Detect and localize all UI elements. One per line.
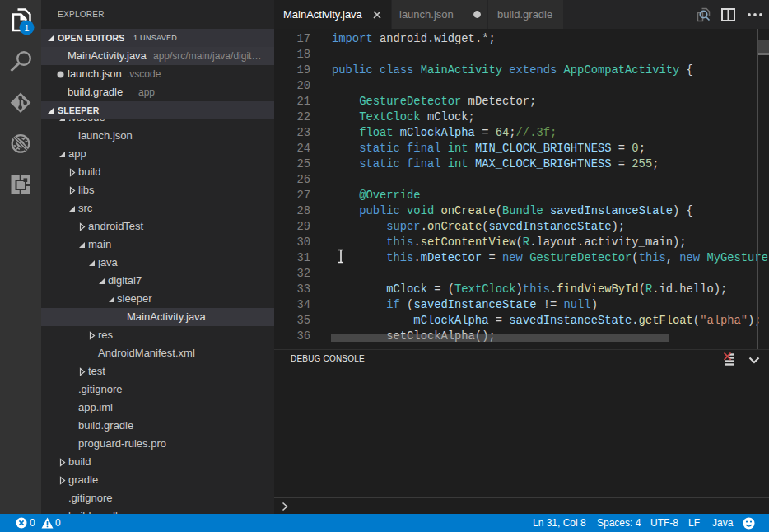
svg-text:1: 1 [24,23,29,33]
